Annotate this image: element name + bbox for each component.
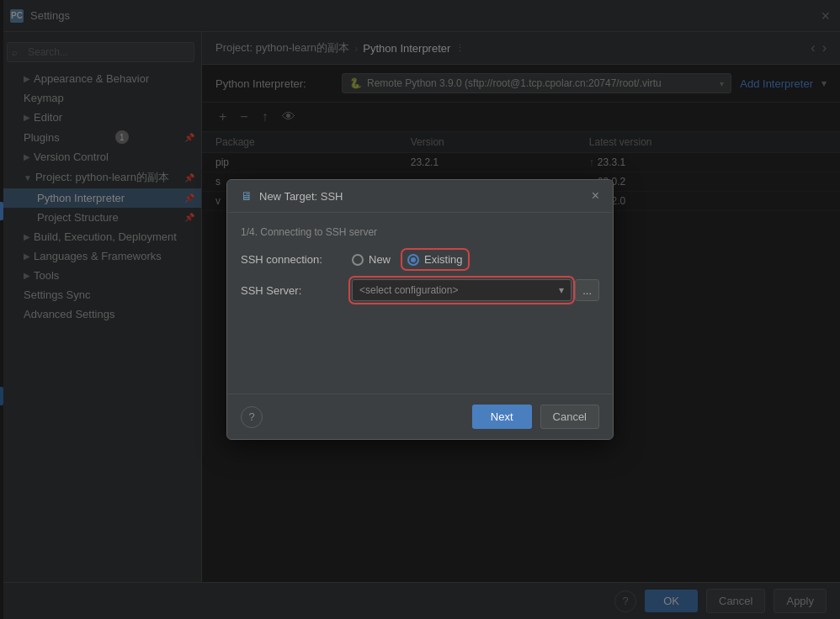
radio-new[interactable]: New [352,253,391,266]
modal-close-button[interactable]: × [592,188,599,204]
ssh-server-row: SSH Server: <select configuration> ▾ ... [241,279,599,301]
next-button[interactable]: Next [472,405,532,429]
modal-body: 1/4. Connecting to SSH server SSH connec… [227,213,613,394]
modal-overlay: 🖥 New Target: SSH × 1/4. Connecting to S… [0,0,840,619]
modal-footer: ? Next Cancel [227,394,613,439]
ssh-server-label: SSH Server: [241,284,342,297]
modal-title-text: New Target: SSH [259,190,343,203]
ssh-server-dropdown[interactable]: <select configuration> ▾ [352,279,572,301]
modal-cancel-button[interactable]: Cancel [540,405,599,429]
modal-spacer [241,313,599,380]
ssh-browse-button[interactable]: ... [575,279,599,301]
radio-existing-label: Existing [424,253,463,266]
chevron-down-icon: ▾ [559,284,564,296]
radio-new-input[interactable] [352,254,364,266]
modal-help-button[interactable]: ? [241,406,263,428]
modal-footer-right: Next Cancel [472,405,599,429]
modal: 🖥 New Target: SSH × 1/4. Connecting to S… [226,179,614,440]
modal-pc-icon: 🖥 [241,189,253,203]
radio-group: New Existing [352,251,466,267]
ssh-server-placeholder: <select configuration> [359,284,458,296]
ssh-connection-label: SSH connection: [241,253,342,266]
ssh-connection-row: SSH connection: New Existing [241,251,599,267]
radio-existing-input[interactable] [407,254,419,266]
modal-step: 1/4. Connecting to SSH server [241,226,599,238]
modal-title-bar: 🖥 New Target: SSH × [227,180,613,213]
radio-new-label: New [369,253,391,266]
ssh-server-controls: <select configuration> ▾ ... [352,279,599,301]
radio-existing[interactable]: Existing [404,251,466,267]
